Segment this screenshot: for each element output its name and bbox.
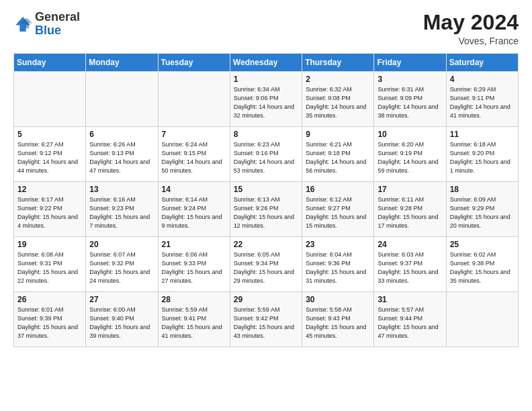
day-info: Sunrise: 6:16 AMSunset: 9:23 PMDaylight:… [89, 196, 150, 229]
calendar-cell: 15Sunrise: 6:13 AMSunset: 9:26 PMDayligh… [230, 182, 302, 237]
calendar-cell: 31Sunrise: 5:57 AMSunset: 9:44 PMDayligh… [374, 292, 446, 347]
day-info: Sunrise: 6:00 AMSunset: 9:40 PMDaylight:… [89, 306, 150, 339]
calendar-cell: 13Sunrise: 6:16 AMSunset: 9:23 PMDayligh… [86, 182, 158, 237]
day-number: 18 [450, 185, 515, 194]
calendar-cell: 6Sunrise: 6:26 AMSunset: 9:13 PMDaylight… [86, 127, 158, 182]
day-number: 11 [450, 130, 515, 139]
calendar-header-row: Sunday Monday Tuesday Wednesday Thursday… [14, 54, 519, 72]
day-info: Sunrise: 6:24 AMSunset: 9:15 PMDaylight:… [162, 141, 222, 174]
calendar-cell: 20Sunrise: 6:07 AMSunset: 9:32 PMDayligh… [86, 237, 158, 292]
day-info: Sunrise: 6:27 AMSunset: 9:12 PMDaylight:… [17, 141, 78, 174]
calendar-cell: 30Sunrise: 5:58 AMSunset: 9:43 PMDayligh… [302, 292, 374, 347]
calendar-cell: 29Sunrise: 5:59 AMSunset: 9:42 PMDayligh… [230, 292, 302, 347]
calendar-cell: 16Sunrise: 6:12 AMSunset: 9:27 PMDayligh… [302, 182, 374, 237]
day-info: Sunrise: 6:05 AMSunset: 9:34 PMDaylight:… [234, 251, 294, 284]
col-wednesday: Wednesday [230, 54, 302, 72]
day-info: Sunrise: 6:02 AMSunset: 9:38 PMDaylight:… [450, 251, 511, 284]
day-info: Sunrise: 6:09 AMSunset: 9:29 PMDaylight:… [450, 196, 511, 229]
logo-blue-text: Blue [35, 24, 61, 37]
calendar-cell [86, 72, 158, 127]
day-number: 30 [306, 295, 370, 304]
day-number: 6 [89, 130, 154, 139]
day-number: 22 [234, 240, 298, 249]
day-info: Sunrise: 5:58 AMSunset: 9:43 PMDaylight:… [306, 306, 366, 339]
day-info: Sunrise: 6:31 AMSunset: 9:09 PMDaylight:… [378, 86, 438, 119]
calendar-week-row: 19Sunrise: 6:08 AMSunset: 9:31 PMDayligh… [14, 237, 519, 292]
location: Voves, France [423, 36, 519, 46]
calendar-cell: 5Sunrise: 6:27 AMSunset: 9:12 PMDaylight… [14, 127, 86, 182]
calendar-cell: 8Sunrise: 6:23 AMSunset: 9:16 PMDaylight… [230, 127, 302, 182]
calendar-cell: 7Sunrise: 6:24 AMSunset: 9:15 PMDaylight… [158, 127, 230, 182]
calendar-cell: 28Sunrise: 5:59 AMSunset: 9:41 PMDayligh… [158, 292, 230, 347]
day-info: Sunrise: 6:12 AMSunset: 9:27 PMDaylight:… [306, 196, 366, 229]
day-number: 29 [234, 295, 298, 304]
day-number: 12 [17, 185, 82, 194]
calendar-cell: 25Sunrise: 6:02 AMSunset: 9:38 PMDayligh… [446, 237, 518, 292]
day-info: Sunrise: 6:34 AMSunset: 9:06 PMDaylight:… [234, 86, 294, 119]
day-info: Sunrise: 5:57 AMSunset: 9:44 PMDaylight:… [378, 306, 438, 339]
logo-icon [13, 15, 32, 34]
calendar-cell: 22Sunrise: 6:05 AMSunset: 9:34 PMDayligh… [230, 237, 302, 292]
day-number: 24 [378, 240, 442, 249]
col-monday: Monday [86, 54, 158, 72]
col-saturday: Saturday [446, 54, 518, 72]
day-number: 28 [162, 295, 226, 304]
day-info: Sunrise: 6:21 AMSunset: 9:18 PMDaylight:… [306, 141, 366, 174]
calendar-cell: 24Sunrise: 6:03 AMSunset: 9:37 PMDayligh… [374, 237, 446, 292]
day-number: 19 [17, 240, 82, 249]
calendar-cell: 4Sunrise: 6:29 AMSunset: 9:11 PMDaylight… [446, 72, 518, 127]
calendar-cell: 18Sunrise: 6:09 AMSunset: 9:29 PMDayligh… [446, 182, 518, 237]
day-info: Sunrise: 6:14 AMSunset: 9:24 PMDaylight:… [162, 196, 222, 229]
day-number: 31 [378, 295, 442, 304]
day-number: 9 [306, 130, 370, 139]
day-number: 26 [17, 295, 82, 304]
day-info: Sunrise: 6:06 AMSunset: 9:33 PMDaylight:… [162, 251, 222, 284]
day-number: 15 [234, 185, 298, 194]
day-number: 14 [162, 185, 226, 194]
calendar-cell [158, 72, 230, 127]
day-number: 20 [89, 240, 154, 249]
calendar-cell: 2Sunrise: 6:32 AMSunset: 9:08 PMDaylight… [302, 72, 374, 127]
day-number: 3 [378, 75, 442, 84]
calendar-cell: 14Sunrise: 6:14 AMSunset: 9:24 PMDayligh… [158, 182, 230, 237]
day-number: 8 [234, 130, 298, 139]
calendar-cell: 1Sunrise: 6:34 AMSunset: 9:06 PMDaylight… [230, 72, 302, 127]
day-info: Sunrise: 6:13 AMSunset: 9:26 PMDaylight:… [234, 196, 294, 229]
day-number: 27 [89, 295, 154, 304]
calendar-cell [14, 72, 86, 127]
day-info: Sunrise: 6:23 AMSunset: 9:16 PMDaylight:… [234, 141, 294, 174]
day-number: 17 [378, 185, 442, 194]
calendar-cell: 19Sunrise: 6:08 AMSunset: 9:31 PMDayligh… [14, 237, 86, 292]
day-info: Sunrise: 6:17 AMSunset: 9:22 PMDaylight:… [17, 196, 78, 229]
day-info: Sunrise: 6:01 AMSunset: 9:39 PMDaylight:… [17, 306, 78, 339]
calendar-cell [446, 292, 518, 347]
day-info: Sunrise: 6:26 AMSunset: 9:13 PMDaylight:… [89, 141, 150, 174]
calendar-cell: 26Sunrise: 6:01 AMSunset: 9:39 PMDayligh… [14, 292, 86, 347]
calendar-cell: 17Sunrise: 6:11 AMSunset: 9:28 PMDayligh… [374, 182, 446, 237]
day-number: 2 [306, 75, 370, 84]
calendar-cell: 3Sunrise: 6:31 AMSunset: 9:09 PMDaylight… [374, 72, 446, 127]
day-info: Sunrise: 6:18 AMSunset: 9:20 PMDaylight:… [450, 141, 511, 174]
calendar-week-row: 12Sunrise: 6:17 AMSunset: 9:22 PMDayligh… [14, 182, 519, 237]
day-number: 21 [162, 240, 226, 249]
calendar-cell: 9Sunrise: 6:21 AMSunset: 9:18 PMDaylight… [302, 127, 374, 182]
day-number: 23 [306, 240, 370, 249]
day-number: 1 [234, 75, 298, 84]
day-number: 25 [450, 240, 515, 249]
calendar-cell: 10Sunrise: 6:20 AMSunset: 9:19 PMDayligh… [374, 127, 446, 182]
col-thursday: Thursday [302, 54, 374, 72]
day-number: 16 [306, 185, 370, 194]
calendar-cell: 11Sunrise: 6:18 AMSunset: 9:20 PMDayligh… [446, 127, 518, 182]
calendar-table: Sunday Monday Tuesday Wednesday Thursday… [13, 53, 519, 347]
calendar-week-row: 26Sunrise: 6:01 AMSunset: 9:39 PMDayligh… [14, 292, 519, 347]
calendar-cell: 12Sunrise: 6:17 AMSunset: 9:22 PMDayligh… [14, 182, 86, 237]
logo: General Blue [13, 11, 80, 38]
day-number: 7 [162, 130, 226, 139]
day-number: 10 [378, 130, 442, 139]
col-tuesday: Tuesday [158, 54, 230, 72]
calendar-cell: 27Sunrise: 6:00 AMSunset: 9:40 PMDayligh… [86, 292, 158, 347]
calendar-page: General Blue May 2024 Voves, France Sund… [0, 0, 532, 411]
day-info: Sunrise: 5:59 AMSunset: 9:41 PMDaylight:… [162, 306, 222, 339]
month-year: May 2024 [423, 11, 519, 34]
day-info: Sunrise: 6:32 AMSunset: 9:08 PMDaylight:… [306, 86, 366, 119]
